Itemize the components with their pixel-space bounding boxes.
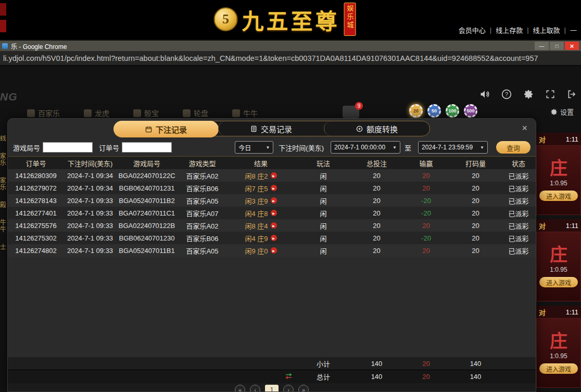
- date-to-value: 2024-7-1 23:59:59: [422, 144, 473, 151]
- cell-status: 已派彩: [500, 233, 536, 243]
- minimize-button[interactable]: —: [535, 42, 549, 50]
- settings-label: 设置: [560, 107, 574, 117]
- bet-chip[interactable]: 100: [446, 104, 459, 118]
- video-replay-icon[interactable]: ▶: [271, 210, 277, 216]
- next-page-button[interactable]: ›: [283, 385, 294, 392]
- last-page-button[interactable]: »: [298, 385, 309, 392]
- gear-icon[interactable]: [523, 88, 534, 100]
- cell-turnover: 20: [451, 172, 500, 180]
- close-window-button[interactable]: ×: [565, 42, 579, 50]
- bet-chip[interactable]: 20: [409, 104, 423, 118]
- query-button[interactable]: 查询: [496, 141, 531, 154]
- cell-result: 闲8 庄4▶: [227, 221, 295, 231]
- range-select[interactable]: 今日 ▼: [235, 141, 273, 154]
- cell-play-type: 闲: [295, 233, 352, 243]
- cell-round-no: BGA0224070122B: [116, 222, 178, 230]
- bet-chip[interactable]: 50: [427, 104, 441, 118]
- range-value: 今日: [238, 143, 251, 152]
- result-text: 闲9 庄0: [245, 246, 268, 256]
- date-to-select[interactable]: 2024-7-1 23:59:59 ▼: [418, 141, 488, 154]
- window-title: 乐 - Google Chrome: [11, 42, 67, 50]
- category-tab[interactable]: 牛牛: [232, 108, 258, 118]
- panel-timer-bar: 对1:11: [536, 306, 581, 318]
- column-header: 游戏局号: [116, 158, 178, 168]
- close-icon[interactable]: ×: [522, 123, 527, 133]
- panel-content: 庄1:0.95进入游戏: [536, 318, 581, 388]
- cell-bet-time: 2024-7-1 09:33: [64, 247, 116, 255]
- cell-empty: [227, 373, 295, 381]
- game-panel-partial: 对1:11庄1:0.95进入游戏: [536, 306, 581, 388]
- browser-titlebar: 乐 - Google Chrome — □ ×: [0, 41, 581, 51]
- pair-bet-label: 对: [539, 307, 546, 317]
- game-category-row: 百家乐龙虎骰宝轮盘牛牛: [27, 108, 258, 118]
- help-icon[interactable]: ?: [501, 88, 512, 100]
- tab-transaction-records[interactable]: 交易记录: [218, 121, 324, 136]
- volume-icon[interactable]: [479, 88, 490, 100]
- cell-total-bet: 20: [352, 197, 401, 205]
- fullscreen-icon[interactable]: [545, 88, 556, 100]
- cell-play-type: 闲: [295, 183, 352, 193]
- category-tab[interactable]: 轮盘: [183, 108, 208, 118]
- notification-button[interactable]: 9: [343, 106, 359, 118]
- cell-win-loss: 20: [401, 184, 451, 192]
- first-page-button[interactable]: «: [235, 385, 245, 392]
- category-tab[interactable]: 百家乐: [27, 108, 60, 118]
- refresh-icon[interactable]: [285, 373, 293, 381]
- sum-turnover: 140: [451, 360, 500, 368]
- cell-play-type: 闲: [295, 221, 352, 231]
- category-tab[interactable]: 骰宝: [133, 108, 159, 118]
- enter-game-button[interactable]: 进入游戏: [539, 277, 578, 287]
- total-row: 总计14020140: [8, 370, 536, 383]
- panel-timer-bar: 对1:11: [536, 133, 581, 145]
- cell-result: 闲3 庄9▶: [227, 196, 295, 206]
- video-replay-icon[interactable]: ▶: [271, 247, 277, 254]
- enter-game-button[interactable]: 进入游戏: [539, 363, 578, 374]
- nav-link[interactable]: 线上存款: [496, 25, 523, 35]
- result-text: 闲3 庄9: [245, 196, 268, 206]
- nav-link[interactable]: 线上取款: [533, 25, 560, 35]
- pair-bet-label: 对: [539, 221, 546, 231]
- pagination: « ‹ 1 › »: [8, 383, 536, 391]
- video-replay-icon[interactable]: ▶: [271, 197, 277, 204]
- tab-bet-records[interactable]: 下注记录: [113, 121, 219, 137]
- settings-button[interactable]: 设置: [550, 107, 574, 117]
- maximize-button[interactable]: □: [550, 42, 564, 50]
- bet-time-label: 下注时间(美东): [279, 143, 324, 153]
- video-replay-icon[interactable]: ▶: [271, 185, 277, 191]
- result-text: 闲4 庄8: [245, 208, 268, 218]
- odds-label: 1:0.95: [550, 266, 567, 273]
- pair-bet-label: 对: [539, 134, 546, 144]
- video-replay-icon[interactable]: ▶: [271, 172, 277, 179]
- tab-favicon: [2, 43, 8, 49]
- table-row: 141262790722024-7-1 09:34BGB06240701231百…: [8, 182, 536, 194]
- current-page-input[interactable]: 1: [265, 385, 279, 392]
- bet-chip[interactable]: 500: [464, 104, 477, 118]
- category-tab[interactable]: 龙虎: [84, 108, 109, 118]
- logo-coin-icon: 5: [214, 7, 238, 31]
- tab-quota-transfer[interactable]: 额度转换: [324, 121, 430, 136]
- prev-page-button[interactable]: ‹: [250, 385, 260, 392]
- game-logo-fragment: NG: [0, 91, 18, 103]
- cell-game-type: 百家乐B06: [178, 183, 227, 193]
- cell-order-no: 14126275302: [8, 234, 64, 242]
- date-from-select[interactable]: 2024-7-1 00:00:00 ▼: [331, 141, 400, 154]
- bet-records-modal: 下注记录交易记录额度转换 × 游戏局号 订单号 今日 ▼ 下注时间(美东) 20…: [7, 118, 536, 392]
- cell-turnover: 20: [451, 234, 500, 242]
- nav-link[interactable]: 会员中心: [459, 25, 486, 35]
- coin-icon: [356, 125, 363, 132]
- sum-turnover: 140: [451, 373, 500, 381]
- video-replay-icon[interactable]: ▶: [271, 222, 277, 229]
- order-input[interactable]: [122, 142, 172, 153]
- tab-label: 额度转换: [367, 123, 398, 134]
- video-replay-icon[interactable]: ▶: [271, 235, 277, 241]
- game-round-input[interactable]: [43, 142, 93, 153]
- nav-separator: |: [564, 26, 566, 34]
- cell-game-type: 百家乐A05: [178, 196, 227, 206]
- url-text: li.ydjol.com/h5V01/pc/index.html?return=…: [3, 54, 538, 62]
- enter-game-button[interactable]: 进入游戏: [539, 191, 578, 201]
- cell-turnover: 20: [451, 184, 500, 192]
- browser-urlbar[interactable]: li.ydjol.com/h5V01/pc/index.html?return=…: [0, 51, 581, 66]
- logout-icon[interactable]: [566, 88, 578, 100]
- cell-status: 已派彩: [500, 183, 536, 193]
- nav-link[interactable]: 一: [570, 25, 577, 35]
